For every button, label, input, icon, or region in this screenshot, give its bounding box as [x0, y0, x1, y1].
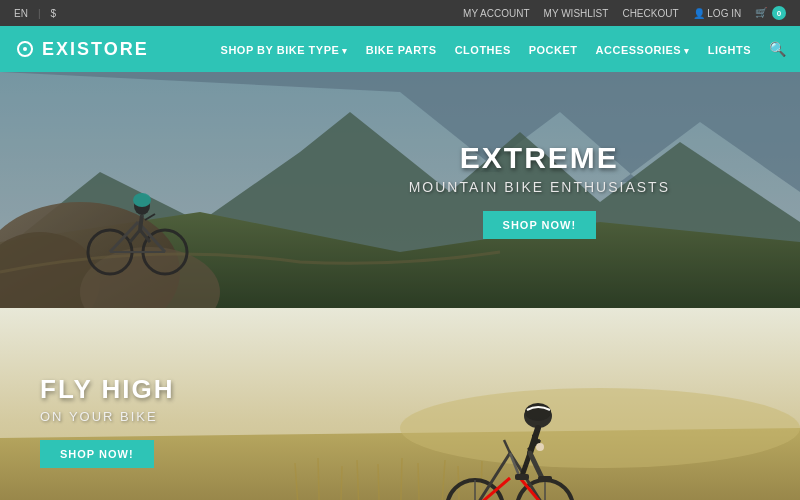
cart-count: 0 — [772, 6, 786, 20]
checkout-link[interactable]: CHECKOUT — [622, 8, 678, 19]
hero-top-heading: EXTREME — [409, 141, 670, 175]
nav-links: SHOP BY BIKE TYPE BIKE PARTS CLOTHES POC… — [221, 40, 786, 58]
nav-item-shop-by-bike-type[interactable]: SHOP BY BIKE TYPE — [221, 40, 348, 58]
cart-icon[interactable]: 🛒 0 — [755, 6, 786, 20]
nav-item-pocket[interactable]: POCKET — [529, 40, 578, 58]
hero-bottom-content: FLY HIGH ON YOUR BIKE SHOP NOW! — [40, 374, 174, 468]
hero-overlay — [0, 72, 800, 308]
currency-selector[interactable]: $ — [51, 8, 57, 19]
hero-top-content: EXTREME MOUNTAIN BIKE ENTHUSIASTS SHOP N… — [409, 141, 670, 239]
nav-item-bike-parts[interactable]: BIKE PARTS — [366, 40, 437, 58]
language-selector[interactable]: EN — [14, 8, 28, 19]
nav-item-clothes[interactable]: CLOTHES — [455, 40, 511, 58]
hero-top-cta[interactable]: SHOP NOW! — [483, 211, 597, 239]
my-account-link[interactable]: MY ACCOUNT — [463, 8, 530, 19]
main-nav: EXISTORE SHOP BY BIKE TYPE BIKE PARTS CL… — [0, 26, 800, 72]
hero-top-subheading: MOUNTAIN BIKE ENTHUSIASTS — [409, 179, 670, 195]
hero-bottom-heading: FLY HIGH — [40, 374, 174, 405]
hero-top-section: EXTREME MOUNTAIN BIKE ENTHUSIASTS SHOP N… — [0, 72, 800, 308]
search-icon[interactable]: 🔍 — [769, 41, 786, 57]
user-icon: 👤 — [693, 8, 705, 19]
svg-point-53 — [536, 443, 544, 451]
logo[interactable]: EXISTORE — [14, 38, 149, 60]
svg-point-22 — [400, 388, 800, 468]
nav-item-lights[interactable]: LIGHTS — [708, 40, 751, 58]
hero-bottom-subheading: ON YOUR BIKE — [40, 409, 174, 424]
nav-item-accessories[interactable]: ACCESSORIES — [596, 40, 690, 58]
logo-text: EXISTORE — [42, 39, 149, 60]
my-wishlist-link[interactable]: MY WISHLIST — [544, 8, 609, 19]
hero-bottom-section: FLY HIGH ON YOUR BIKE SHOP NOW! — [0, 308, 800, 500]
svg-rect-54 — [515, 474, 529, 480]
login-link[interactable]: 👤 LOG IN — [693, 8, 742, 19]
utility-bar-left: EN | $ — [14, 8, 56, 19]
svg-rect-55 — [538, 476, 552, 482]
svg-point-0 — [23, 47, 27, 51]
logo-icon — [14, 38, 36, 60]
hero-bottom-cta[interactable]: SHOP NOW! — [40, 440, 154, 468]
utility-bar: EN | $ MY ACCOUNT MY WISHLIST CHECKOUT 👤… — [0, 0, 800, 26]
utility-bar-right: MY ACCOUNT MY WISHLIST CHECKOUT 👤 LOG IN… — [463, 6, 786, 20]
svg-point-48 — [525, 403, 551, 421]
search-nav-item[interactable]: 🔍 — [769, 40, 786, 58]
